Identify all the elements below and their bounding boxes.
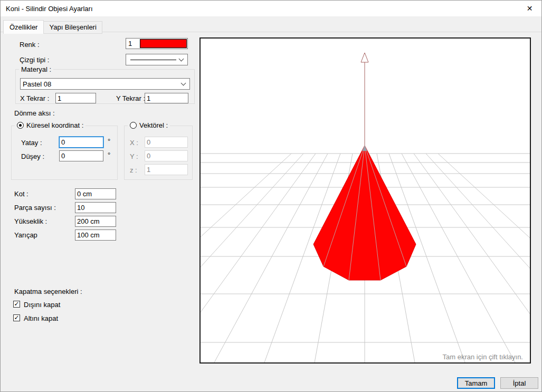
- yatay-input[interactable]: [59, 137, 103, 148]
- yaricap-input[interactable]: [75, 230, 116, 241]
- vektorel-z-label: z :: [130, 166, 137, 174]
- checkmark-icon: ✓: [14, 300, 19, 308]
- y-tekrar-input[interactable]: [145, 93, 188, 103]
- vektorel-label: Vektörel :: [139, 121, 168, 129]
- dusey-label: Düşey :: [21, 152, 44, 160]
- donme-aksi-label: Dönme aksı :: [14, 109, 55, 117]
- yaricap-label: Yarıçap: [14, 231, 37, 239]
- renk-label: Renk :: [20, 41, 40, 49]
- altini-kapat-label: Altını kapat: [24, 314, 58, 322]
- line-style-sample: [130, 60, 176, 60]
- parca-sayisi-label: Parça sayısı :: [14, 204, 56, 212]
- pen-number: 1: [128, 40, 132, 47]
- kot-label: Kot :: [14, 190, 28, 198]
- x-tekrar-input[interactable]: [55, 93, 96, 103]
- preview-3d-view[interactable]: Tam ekran için çift tıklayın.: [199, 37, 531, 364]
- materyal-group-label: Materyal :: [19, 65, 53, 73]
- dialog-koni-silindir: { "window": { "title": "Koni - Silindir …: [0, 0, 542, 392]
- disini-kapat-checkbox[interactable]: ✓: [13, 301, 20, 308]
- disini-kapat-label: Dışını kapat: [24, 301, 60, 309]
- tabstrip: Özellikler Yapı Bileşenleri: [3, 20, 102, 34]
- vektorel-x-label: X :: [130, 139, 138, 147]
- kuresel-koordinat-label: Küresel koordinat :: [26, 121, 83, 129]
- fullscreen-hint: Tam ekran için çift tıklayın.: [443, 353, 523, 361]
- titlebar: Koni - Silindir Objesi Ayarları: [1, 1, 541, 16]
- color-picker[interactable]: 1: [126, 38, 188, 49]
- cone-shape: [313, 146, 416, 280]
- yukseklik-label: Yükseklik :: [14, 217, 47, 225]
- chevron-down-icon: [181, 81, 186, 86]
- dusey-input[interactable]: [59, 150, 103, 161]
- vektorel-x-input[interactable]: [145, 137, 188, 148]
- kuresel-koordinat-radio[interactable]: [17, 122, 24, 129]
- tab-ozellikler[interactable]: Özellikler: [3, 20, 44, 34]
- color-swatch-fill: [140, 39, 187, 48]
- yatay-degree-unit: °: [108, 137, 110, 145]
- parca-sayisi-input[interactable]: [75, 202, 116, 213]
- vektorel-y-label: Y :: [130, 152, 138, 160]
- kapatma-secenekleri-label: Kapatma seçenekleri :: [14, 288, 82, 295]
- yatay-label: Yatay :: [21, 139, 42, 147]
- checkmark-icon: ✓: [14, 314, 19, 321]
- kot-input[interactable]: [75, 188, 116, 199]
- vektorel-y-input[interactable]: [145, 150, 188, 161]
- cancel-button[interactable]: İptal: [500, 377, 538, 389]
- tab-yapi-bilesenleri[interactable]: Yapı Bileşenleri: [43, 21, 102, 34]
- y-tekrar-label: Y Tekrar :: [116, 94, 145, 102]
- materyal-group: Materyal : Pastel 08 X Tekrar : Y Tekrar…: [15, 69, 195, 104]
- close-button[interactable]: ✕: [518, 1, 541, 16]
- preview-canvas: Tam ekran için çift tıklayın.: [201, 39, 530, 362]
- yukseklik-input[interactable]: [75, 216, 116, 227]
- vektorel-radio[interactable]: [130, 122, 137, 129]
- kuresel-koordinat-group: Küresel koordinat : Yatay : ° Düşey : °: [11, 126, 118, 180]
- window-title: Koni - Silindir Objesi Ayarları: [1, 5, 93, 13]
- x-tekrar-label: X Tekrar :: [20, 94, 49, 102]
- axis-arrow-icon: [361, 53, 368, 62]
- materyal-selected-value: Pastel 08: [21, 80, 182, 88]
- vektorel-z-input[interactable]: [145, 164, 188, 175]
- materyal-select[interactable]: Pastel 08: [20, 78, 190, 90]
- cone-tip: [362, 146, 367, 151]
- ok-button[interactable]: Tamam: [457, 377, 495, 389]
- vektorel-group: Vektörel : X : Y : z :: [124, 126, 193, 180]
- line-type-select[interactable]: [126, 54, 188, 65]
- altini-kapat-checkbox[interactable]: ✓: [13, 314, 20, 321]
- dusey-degree-unit: °: [108, 151, 110, 159]
- chevron-down-icon: [179, 56, 184, 62]
- close-icon: ✕: [527, 4, 533, 13]
- cizgi-tipi-label: Çizgi tipi :: [20, 56, 49, 64]
